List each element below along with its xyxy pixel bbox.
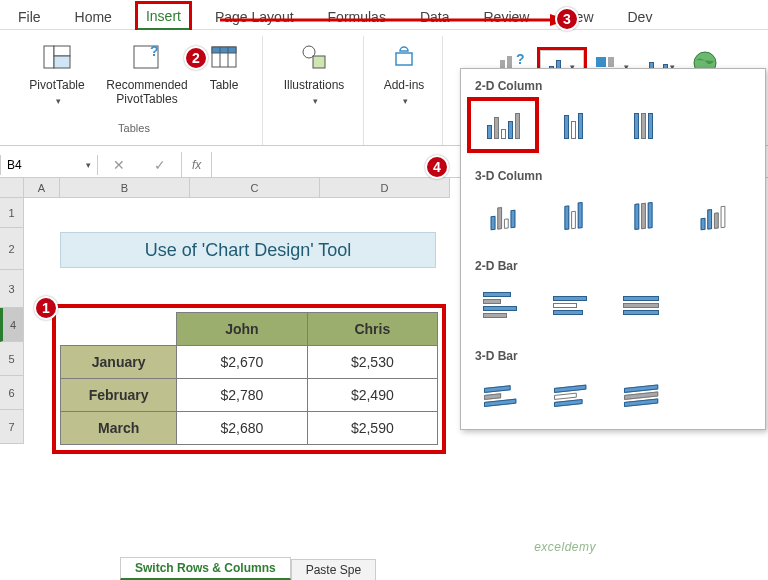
- annotation-arrow: [220, 12, 580, 52]
- sheet-overlay: Use of 'Chart Design' Tool 1 John Chris …: [24, 198, 436, 268]
- chart-dropdown: 2-D Column 3-D Column 2-D Bar 3-D Bar: [460, 68, 766, 430]
- table-row-label[interactable]: January: [61, 346, 177, 379]
- svg-rect-1: [54, 46, 70, 56]
- annotation-badge-3: 3: [555, 7, 579, 31]
- row-headers: 1 2 3 4 5 6 7: [0, 198, 24, 444]
- col-header-b[interactable]: B: [60, 178, 190, 198]
- title-cell[interactable]: Use of 'Chart Design' Tool: [60, 232, 436, 268]
- tab-dev[interactable]: Dev: [620, 5, 661, 29]
- annotation-badge-2: 2: [184, 46, 208, 70]
- name-box-value: B4: [7, 158, 22, 172]
- table-header-chris[interactable]: Chris: [307, 313, 437, 346]
- chart-stacked-column[interactable]: [541, 101, 605, 149]
- sheet-tab[interactable]: Paste Spe: [291, 559, 376, 580]
- illustrations-label: Illustrations: [284, 78, 345, 92]
- svg-rect-15: [608, 57, 614, 67]
- group-label-tables: Tables: [118, 120, 150, 136]
- pivottable-button[interactable]: PivotTable ▾: [16, 40, 98, 106]
- recommended-pivot-icon: ?: [130, 40, 164, 74]
- svg-rect-10: [313, 56, 325, 68]
- pivottable-icon: [40, 40, 74, 74]
- table-header-blank[interactable]: [61, 313, 177, 346]
- row-header-3[interactable]: 3: [0, 270, 24, 308]
- chart-3d-stacked-bar[interactable]: [541, 371, 605, 419]
- enter-icon[interactable]: ✓: [154, 157, 166, 173]
- svg-text:?: ?: [150, 43, 159, 59]
- ribbon-group-addins: Add-ins ▾: [366, 36, 443, 145]
- table-cell[interactable]: $2,530: [307, 346, 437, 379]
- chart-3d-stacked-column[interactable]: [541, 191, 605, 239]
- table-row-label[interactable]: February: [61, 379, 177, 412]
- chevron-down-icon: ▾: [86, 160, 91, 170]
- chart-section-2d-column: 2-D Column: [461, 69, 765, 99]
- row-header-2[interactable]: 2: [0, 228, 24, 270]
- row-header-5[interactable]: 5: [0, 342, 24, 376]
- tab-home[interactable]: Home: [67, 5, 120, 29]
- annotation-badge-1: 1: [34, 296, 58, 320]
- chevron-down-icon: ▾: [56, 96, 61, 106]
- ribbon-group-tables: PivotTable ▾ ? Recommended PivotTables T…: [6, 36, 263, 145]
- column-headers: A B C D: [24, 178, 450, 198]
- table-cell[interactable]: $2,590: [307, 412, 437, 445]
- chart-clustered-bar[interactable]: [471, 281, 535, 329]
- table-cell[interactable]: $2,490: [307, 379, 437, 412]
- addins-label: Add-ins: [384, 78, 425, 92]
- chart-3d-100-stacked-column[interactable]: [611, 191, 675, 239]
- row-header-1[interactable]: 1: [0, 198, 24, 228]
- annotation-badge-4: 4: [425, 155, 449, 179]
- col-header-d[interactable]: D: [320, 178, 450, 198]
- svg-text:?: ?: [516, 51, 525, 67]
- chart-100-stacked-bar[interactable]: [611, 281, 675, 329]
- chevron-down-icon: ▾: [313, 96, 318, 106]
- ribbon-group-illustrations: Illustrations ▾: [265, 36, 364, 145]
- chart-section-3d-column: 3-D Column: [461, 159, 765, 189]
- col-header-a[interactable]: A: [24, 178, 60, 198]
- sheet-tab-active[interactable]: Switch Rows & Columns: [120, 557, 291, 580]
- chart-3d-clustered-bar[interactable]: [471, 371, 535, 419]
- chart-3d-clustered-column[interactable]: [471, 191, 535, 239]
- pivottable-label: PivotTable: [29, 78, 84, 92]
- formula-bar-buttons: ✕✓: [98, 152, 182, 177]
- name-box[interactable]: B4▾: [0, 155, 98, 175]
- tab-insert[interactable]: Insert: [138, 4, 189, 30]
- svg-rect-0: [44, 46, 54, 68]
- fx-label[interactable]: fx: [182, 158, 211, 172]
- cancel-icon[interactable]: ✕: [113, 157, 125, 173]
- row-header-4[interactable]: 4: [0, 308, 24, 342]
- table-cell[interactable]: $2,780: [177, 379, 307, 412]
- sheet-tabs: Switch Rows & Columns Paste Spe: [120, 556, 376, 580]
- data-table[interactable]: John Chris January $2,670 $2,530 Februar…: [60, 312, 438, 445]
- chevron-down-icon: ▾: [403, 96, 408, 106]
- watermark: exceldemy: [534, 540, 596, 554]
- table-cell[interactable]: $2,670: [177, 346, 307, 379]
- chart-3d-column[interactable]: [681, 191, 745, 239]
- chart-clustered-column[interactable]: [471, 101, 535, 149]
- svg-rect-2: [54, 56, 70, 68]
- table-header-john[interactable]: John: [177, 313, 307, 346]
- chart-stacked-bar[interactable]: [541, 281, 605, 329]
- recommended-pivot-button[interactable]: ? Recommended PivotTables: [106, 40, 188, 106]
- tab-file[interactable]: File: [10, 5, 49, 29]
- table-row-label[interactable]: March: [61, 412, 177, 445]
- row-header-6[interactable]: 6: [0, 376, 24, 410]
- chart-section-3d-bar: 3-D Bar: [461, 339, 765, 369]
- col-header-c[interactable]: C: [190, 178, 320, 198]
- chart-100-stacked-column[interactable]: [611, 101, 675, 149]
- chart-3d-100-stacked-bar[interactable]: [611, 371, 675, 419]
- chart-section-2d-bar: 2-D Bar: [461, 249, 765, 279]
- row-header-7[interactable]: 7: [0, 410, 24, 444]
- svg-rect-14: [596, 57, 606, 67]
- recommended-pivot-label: Recommended PivotTables: [106, 78, 188, 106]
- table-cell[interactable]: $2,680: [177, 412, 307, 445]
- table-label: Table: [210, 78, 239, 92]
- select-all-corner[interactable]: [0, 178, 24, 198]
